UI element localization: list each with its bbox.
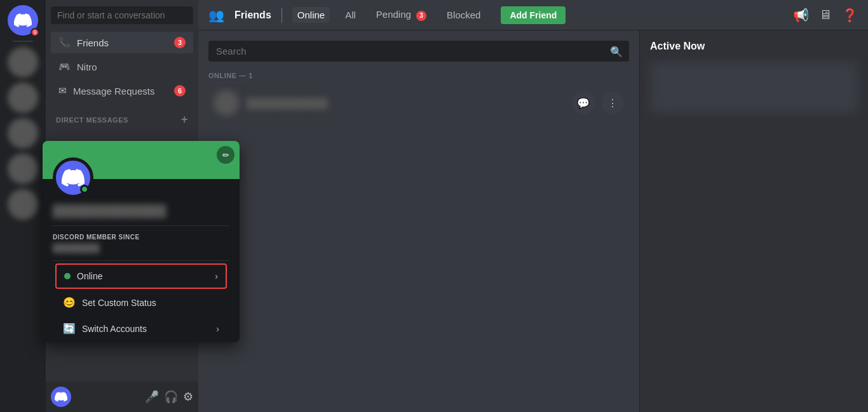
active-user-preview <box>650 62 858 113</box>
table-row[interactable]: ████████████ 💬 ⋮ <box>208 82 629 123</box>
new-group-dm-icon[interactable]: 📢 <box>793 8 809 23</box>
sidebar-item-message-requests[interactable]: ✉ Message Requests 6 <box>51 80 193 102</box>
search-icon: 🔍 <box>610 45 623 57</box>
edit-profile-button[interactable]: ✏ <box>217 146 234 164</box>
chevron-right-icon: › <box>215 271 218 281</box>
sidebar-item-nitro-label: Nitro <box>77 62 97 72</box>
active-now-panel: Active Now <box>639 30 868 412</box>
friend-name: ████████████ <box>247 98 572 109</box>
emoji-icon: 😊 <box>63 296 76 309</box>
custom-status-item[interactable]: 😊 Set Custom Status <box>55 290 227 315</box>
server-icon-3[interactable] <box>8 118 38 149</box>
tab-all[interactable]: All <box>340 7 361 23</box>
popup-divider-1 <box>53 225 229 226</box>
user-popup: ✏ ██████████████ DISCORD MEMBER SINCE ██… <box>43 141 240 342</box>
nav-divider <box>281 8 282 23</box>
nitro-icon: 🎮 <box>58 61 71 72</box>
friends-nav-title: Friends <box>234 10 271 21</box>
user-avatar <box>51 387 71 407</box>
top-nav-icons: 📢 🖥 ❓ <box>793 8 858 23</box>
deafen-button[interactable]: 🎧 <box>164 390 178 404</box>
server-icon-4[interactable] <box>8 154 38 184</box>
user-panel: 🎤 🎧 ⚙ <box>46 382 198 412</box>
member-since-date: ████████ <box>53 243 229 253</box>
online-status-indicator <box>80 185 89 194</box>
conversation-search-input[interactable] <box>51 6 193 24</box>
discord-notification-badge: 9 <box>31 28 39 37</box>
popup-banner: ✏ <box>43 141 240 179</box>
popup-username: ██████████████ <box>53 204 229 218</box>
friends-icon: 📞 <box>58 37 71 48</box>
sidebar-item-message-requests-label: Message Requests <box>73 86 154 96</box>
search-bar <box>46 0 198 30</box>
direct-messages-header: DIRECT MESSAGES + <box>46 103 198 129</box>
sidebar-item-nitro[interactable]: 🎮 Nitro <box>51 56 193 77</box>
friend-search: 🔍 <box>208 41 629 62</box>
friends-list: 🔍 ONLINE — 1 ████████████ 💬 ⋮ <box>198 30 639 412</box>
message-friend-button[interactable]: 💬 <box>572 91 595 114</box>
more-options-button[interactable]: ⋮ <box>601 91 624 114</box>
icon-bar-separator <box>13 41 33 42</box>
mute-button[interactable]: 🎤 <box>145 390 159 404</box>
switch-accounts-item[interactable]: 🔄 Switch Accounts › <box>55 316 227 341</box>
switch-accounts-icon: 🔄 <box>63 322 76 335</box>
status-online-item[interactable]: Online › <box>55 263 227 289</box>
add-friend-button[interactable]: Add Friend <box>501 6 566 24</box>
discord-home-button[interactable]: 9 <box>8 5 38 36</box>
message-requests-badge: 6 <box>174 85 186 96</box>
online-label: Online <box>77 271 102 281</box>
server-icon-5[interactable] <box>8 189 38 220</box>
friend-info: ████████████ <box>247 98 572 109</box>
help-icon[interactable]: ❓ <box>842 8 858 23</box>
inbox-icon[interactable]: 🖥 <box>819 8 832 23</box>
sidebar-item-friends-label: Friends <box>77 37 109 48</box>
pending-badge: 3 <box>416 11 426 21</box>
chevron-right-icon-2: › <box>216 324 219 334</box>
add-dm-button[interactable]: + <box>181 113 188 126</box>
active-now-title: Active Now <box>650 41 858 52</box>
friends-panel: 🔍 ONLINE — 1 ████████████ 💬 ⋮ Active Now <box>198 30 868 412</box>
server-icon-1[interactable] <box>8 47 38 77</box>
tab-pending[interactable]: Pending 3 <box>371 6 431 23</box>
popup-divider-2 <box>53 260 229 261</box>
tab-online[interactable]: Online <box>292 7 330 23</box>
friend-search-input[interactable] <box>208 41 629 62</box>
settings-button[interactable]: ⚙ <box>183 390 193 404</box>
tab-blocked[interactable]: Blocked <box>442 7 485 23</box>
top-nav: 👥 Friends Online All Pending 3 Blocked A… <box>198 0 868 30</box>
main-content: 👥 Friends Online All Pending 3 Blocked A… <box>198 0 868 412</box>
switch-accounts-label: Switch Accounts <box>82 324 147 334</box>
icon-bar: 9 <box>0 0 46 412</box>
custom-status-label: Set Custom Status <box>82 298 156 308</box>
friends-nav-icon: 👥 <box>208 8 224 23</box>
popup-avatar <box>53 157 93 198</box>
message-requests-icon: ✉ <box>58 85 67 96</box>
user-controls: 🎤 🎧 ⚙ <box>145 390 193 404</box>
avatar <box>214 90 239 116</box>
friends-badge: 3 <box>174 37 186 48</box>
server-icon-2[interactable] <box>8 83 38 113</box>
direct-messages-label: DIRECT MESSAGES <box>56 116 128 124</box>
pencil-icon: ✏ <box>222 150 229 160</box>
sidebar-item-friends[interactable]: 📞 Friends 3 <box>51 32 193 53</box>
popup-body: ██████████████ DISCORD MEMBER SINCE ████… <box>43 179 240 341</box>
online-count-header: ONLINE — 1 <box>208 67 629 82</box>
online-status-dot <box>64 273 71 279</box>
friend-actions: 💬 ⋮ <box>572 91 624 114</box>
member-since-label: DISCORD MEMBER SINCE <box>53 234 229 241</box>
